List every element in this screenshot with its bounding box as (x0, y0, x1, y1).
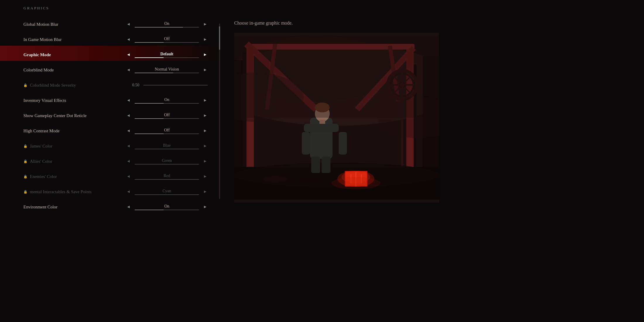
arrow-right-global-motion-blur[interactable]: ► (203, 22, 208, 27)
setting-row-center-dot-reticle[interactable]: Show Gameplay Center Dot Reticle ◄ Off ► (0, 107, 222, 122)
value-container-allies-color: Green (133, 158, 201, 165)
lock-icon-colorblind-severity: 🔒 (23, 83, 28, 87)
arrow-left-allies-color[interactable]: ◄ (126, 159, 131, 164)
setting-row-inventory-visual-effects[interactable]: Inventory Visual Effects ◄ On ► (0, 91, 222, 107)
value-container-james-color: Blue (133, 143, 201, 149)
slider-fill-colorblind-mode (135, 73, 173, 73)
arrow-left-enemies-color[interactable]: ◄ (126, 174, 131, 179)
arrow-right-colorblind-mode[interactable]: ► (203, 68, 208, 72)
section-title: GRAPHICS (0, 6, 222, 15)
severity-slider-fill-colorblind-severity (143, 85, 176, 85)
value-container-inventory-visual-effects: On (133, 97, 201, 104)
setting-row-colorblind-severity[interactable]: 🔒 Colorblind Mode Severity 0.50 (0, 76, 222, 91)
arrow-right-graphic-mode[interactable]: ► (203, 52, 208, 57)
value-container-in-game-motion-blur: Off (133, 37, 201, 43)
value-text-mental-interactables: Cyan (162, 189, 171, 193)
slider-track-in-game-motion-blur (135, 42, 199, 43)
slider-track-mental-interactables (135, 194, 199, 195)
value-text-environment-color: On (164, 204, 169, 209)
setting-label-inventory-visual-effects: Inventory Visual Effects (23, 98, 126, 103)
value-container-environment-color: On (133, 204, 201, 210)
value-text-colorblind-mode: Normal Vision (155, 67, 179, 72)
arrow-right-environment-color[interactable]: ► (203, 205, 208, 209)
slider-fill-in-game-motion-blur (135, 42, 164, 43)
severity-slider-track-colorblind-severity (143, 85, 208, 85)
setting-row-global-motion-blur[interactable]: Global Motion Blur ◄ On ► (0, 15, 222, 30)
setting-row-environment-color[interactable]: Environment Color ◄ On ► (0, 198, 222, 213)
setting-label-colorblind-severity: 🔒 Colorblind Mode Severity (23, 83, 125, 88)
arrow-left-in-game-motion-blur[interactable]: ◄ (126, 37, 131, 42)
slider-fill-high-contrast-mode (135, 133, 164, 134)
setting-control-allies-color: ◄ Green ► (126, 158, 208, 165)
value-container-center-dot-reticle: Off (133, 113, 201, 119)
arrow-left-global-motion-blur[interactable]: ◄ (126, 22, 131, 27)
svg-rect-32 (302, 132, 310, 155)
slider-track-allies-color (135, 164, 199, 165)
arrow-right-inventory-visual-effects[interactable]: ► (203, 98, 208, 103)
slider-fill-environment-color (135, 210, 164, 210)
value-container-mental-interactables: Cyan (133, 189, 201, 195)
setting-row-colorblind-mode[interactable]: Colorblind Mode ◄ Normal Vision ► (0, 61, 222, 76)
setting-row-high-contrast-mode[interactable]: High Contrast Mode ◄ Off ► (0, 122, 222, 137)
scrollbar-thumb (219, 26, 220, 50)
arrow-right-enemies-color[interactable]: ► (203, 174, 208, 179)
value-text-high-contrast-mode: Off (164, 128, 169, 133)
slider-fill-mental-interactables (135, 194, 154, 195)
arrow-left-mental-interactables[interactable]: ◄ (126, 189, 131, 194)
arrow-right-mental-interactables[interactable]: ► (203, 189, 208, 194)
severity-control-colorblind-severity: 0.50 (125, 83, 208, 88)
setting-row-james-color[interactable]: 🔒 James' Color ◄ Blue ► (0, 137, 222, 152)
slider-track-enemies-color (135, 179, 199, 180)
value-text-graphic-mode: Default (160, 52, 173, 56)
svg-point-43 (331, 177, 381, 189)
value-container-graphic-mode: Default (133, 52, 201, 58)
svg-rect-35 (321, 157, 330, 173)
value-text-inventory-visual-effects: On (164, 97, 169, 102)
setting-control-center-dot-reticle: ◄ Off ► (126, 113, 208, 119)
value-text-global-motion-blur: On (164, 21, 169, 26)
description-text: Choose in-game graphic mode. (234, 9, 439, 26)
setting-control-inventory-visual-effects: ◄ On ► (126, 97, 208, 104)
arrow-left-james-color[interactable]: ◄ (126, 144, 131, 148)
arrow-right-high-contrast-mode[interactable]: ► (203, 129, 208, 133)
slider-track-graphic-mode (135, 57, 199, 58)
arrow-left-high-contrast-mode[interactable]: ◄ (126, 129, 131, 133)
arrow-left-inventory-visual-effects[interactable]: ◄ (126, 98, 131, 103)
arrow-left-graphic-mode[interactable]: ◄ (126, 52, 131, 57)
svg-rect-34 (311, 157, 320, 173)
arrow-right-james-color[interactable]: ► (203, 144, 208, 148)
slider-track-colorblind-mode (135, 73, 199, 73)
setting-control-high-contrast-mode: ◄ Off ► (126, 128, 208, 134)
setting-row-allies-color[interactable]: 🔒 Allies' Color ◄ Green ► (0, 152, 222, 167)
scrollbar[interactable] (219, 23, 220, 199)
setting-control-james-color: ◄ Blue ► (126, 143, 208, 149)
slider-fill-allies-color (135, 164, 170, 165)
arrow-right-in-game-motion-blur[interactable]: ► (203, 37, 208, 42)
value-text-in-game-motion-blur: Off (164, 37, 169, 41)
setting-row-in-game-motion-blur[interactable]: In Game Motion Blur ◄ Off ► (0, 30, 222, 46)
setting-row-graphic-mode[interactable]: Graphic Mode ◄ Default ► (0, 46, 222, 61)
setting-label-global-motion-blur: Global Motion Blur (23, 22, 126, 27)
setting-label-colorblind-mode: Colorblind Mode (23, 68, 126, 73)
arrow-left-center-dot-reticle[interactable]: ◄ (126, 113, 131, 118)
value-text-enemies-color: Red (164, 174, 170, 178)
value-container-enemies-color: Red (133, 174, 201, 180)
slider-fill-enemies-color (135, 179, 167, 180)
slider-track-james-color (135, 149, 199, 149)
slider-fill-james-color (135, 149, 177, 149)
setting-control-global-motion-blur: ◄ On ► (126, 21, 208, 28)
value-container-colorblind-mode: Normal Vision (133, 67, 201, 73)
setting-label-enemies-color: 🔒 Enemies' Color (23, 174, 126, 179)
slider-fill-global-motion-blur (135, 27, 183, 28)
setting-row-enemies-color[interactable]: 🔒 Enemies' Color ◄ Red ► (0, 167, 222, 183)
svg-rect-31 (304, 124, 339, 132)
setting-row-mental-interactables[interactable]: 🔒 mental Interactables & Save Points ◄ C… (0, 183, 222, 198)
slider-track-center-dot-reticle (135, 118, 199, 119)
slider-fill-center-dot-reticle (135, 118, 164, 119)
value-text-allies-color: Green (162, 158, 172, 163)
arrow-left-colorblind-mode[interactable]: ◄ (126, 68, 131, 72)
arrow-right-allies-color[interactable]: ► (203, 159, 208, 164)
arrow-right-center-dot-reticle[interactable]: ► (203, 113, 208, 118)
slider-track-environment-color (135, 210, 199, 210)
arrow-left-environment-color[interactable]: ◄ (126, 205, 131, 209)
